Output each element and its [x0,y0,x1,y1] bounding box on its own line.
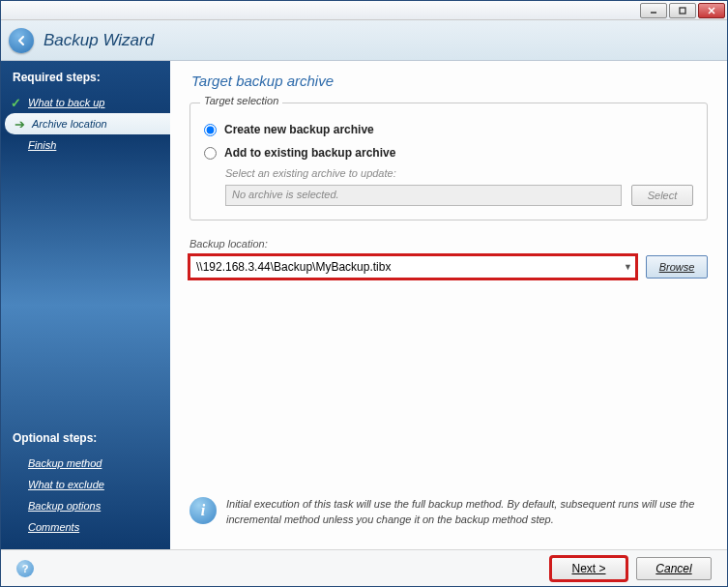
archive-display: No archive is selected. [225,185,622,206]
sidebar-item-comments[interactable]: Comments [1,516,170,538]
fieldset-legend: Target selection [200,95,282,106]
back-button[interactable] [9,28,34,53]
radio-create-input[interactable] [204,124,217,136]
sidebar-required-heading: Required steps: [1,67,170,92]
sidebar-item-label: What to back up [28,97,105,108]
select-archive-row: No archive is selected. Select [225,185,693,206]
radio-add-existing[interactable]: Add to existing backup archive [204,146,693,160]
select-archive-button: Select [631,185,693,206]
sidebar-spacer [1,156,170,427]
backup-location-input-wrap: ▼ [189,255,636,279]
close-button[interactable] [698,3,725,18]
radio-create-label: Create new backup archive [224,123,374,136]
titlebar [1,1,727,20]
info-row: i Initial execution of this task will us… [189,489,708,540]
sidebar-item-label: What to exclude [28,479,104,490]
browse-button[interactable]: Browse [646,255,708,279]
cancel-button[interactable]: Cancel [636,557,712,580]
next-button[interactable]: Next > [551,557,626,580]
sidebar-item-archive-location[interactable]: ➔ Archive location [5,113,170,134]
radio-add-input[interactable] [204,147,217,160]
header: Backup Wizard [1,20,727,61]
info-icon: i [189,497,217,524]
footer: ? Next > Cancel [1,549,727,586]
body: Required steps: ✓ What to back up ➔ Arch… [1,61,727,549]
sidebar-item-backup-method[interactable]: Backup method [1,453,170,474]
sidebar-item-label: Backup options [28,500,101,512]
sidebar-item-label: Backup method [28,457,102,469]
main-panel: Target backup archive Target selection C… [170,61,727,549]
sidebar-item-what-to-backup[interactable]: ✓ What to back up [1,92,170,113]
sidebar-item-label: Comments [28,521,79,533]
sidebar-optional: Optional steps: Backup method What to ex… [1,427,170,549]
backup-location-input[interactable] [189,255,636,279]
sidebar-item-backup-options[interactable]: Backup options [1,495,170,516]
info-text: Initial execution of this task will use … [226,497,708,528]
sidebar-item-label: Finish [28,139,56,151]
sidebar-optional-heading: Optional steps: [1,427,170,453]
wizard-window: Backup Wizard Required steps: ✓ What to … [0,0,728,587]
select-archive-hint: Select an existing archive to update: [225,167,693,179]
backup-location-row: ▼ Browse [189,255,708,279]
sidebar-item-what-to-exclude[interactable]: What to exclude [1,474,170,495]
sidebar-item-label: Archive location [32,118,107,130]
header-title: Backup Wizard [44,31,154,50]
target-selection-group: Target selection Create new backup archi… [189,103,708,220]
check-icon: ✓ [11,96,21,110]
radio-add-label: Add to existing backup archive [224,146,395,160]
radio-create-new[interactable]: Create new backup archive [204,123,693,136]
maximize-button[interactable] [669,3,696,18]
page-title: Target backup archive [189,73,708,89]
minimize-button[interactable] [640,3,667,18]
arrow-icon: ➔ [15,117,25,132]
help-button[interactable]: ? [16,560,34,577]
backup-location-label: Backup location: [189,238,708,249]
svg-rect-1 [680,8,685,14]
sidebar-item-finish[interactable]: Finish [1,134,170,156]
sidebar: Required steps: ✓ What to back up ➔ Arch… [1,61,170,549]
